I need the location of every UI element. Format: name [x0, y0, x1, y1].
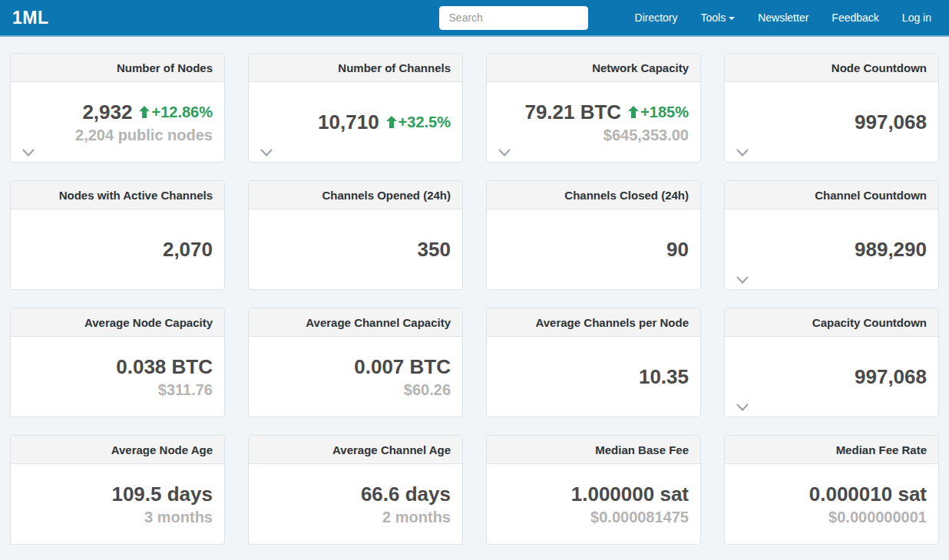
- stat-card-header: Average Node Age: [11, 436, 224, 464]
- stat-main-line: 10,710 +32.5%: [318, 112, 451, 132]
- stat-value: 2,932: [82, 102, 132, 122]
- stat-card-title: Average Channel Age: [332, 443, 451, 456]
- stat-main-line: 0.038 BTC: [116, 357, 213, 377]
- stat-card: Node Countdown 997,068: [724, 53, 939, 163]
- stat-value: 989,290: [855, 239, 927, 259]
- chevron-down-icon[interactable]: [736, 276, 749, 285]
- stat-change: +185%: [628, 104, 689, 120]
- stat-value: 1.000000 sat: [571, 484, 689, 504]
- stat-subvalue: $60.26: [404, 382, 451, 397]
- stat-value: 997,068: [855, 112, 927, 132]
- stat-card-title: Average Node Capacity: [84, 316, 213, 329]
- stat-card-header: Median Fee Rate: [725, 436, 938, 464]
- stat-card-body: 989,290: [725, 209, 938, 289]
- stat-card-title: Channels Opened (24h): [322, 189, 451, 202]
- stat-card-title: Number of Channels: [338, 61, 451, 74]
- nav-link-label: Tools: [701, 12, 726, 24]
- chevron-down-icon[interactable]: [22, 149, 35, 157]
- stat-card: Average Node Capacity 0.038 BTC $311.76: [10, 308, 225, 417]
- stat-main-line: 90: [666, 239, 689, 259]
- chevron-down-icon[interactable]: [736, 149, 749, 157]
- stat-card-body: 0.007 BTC $60.26: [249, 337, 462, 417]
- stat-card-header: Node Countdown: [725, 54, 938, 82]
- stat-subvalue: $0.000000001: [828, 509, 927, 525]
- stat-subvalue: 2,204 public nodes: [75, 127, 213, 143]
- nav-link-tools[interactable]: Tools: [689, 0, 747, 35]
- stat-value: 0.007 BTC: [354, 357, 451, 377]
- stat-card-title: Capacity Countdown: [812, 316, 927, 329]
- nav-link-label: Feedback: [832, 12, 878, 24]
- chevron-down-icon[interactable]: [498, 149, 511, 157]
- navbar: 1ML Directory Tools Newsletter Feedback …: [0, 0, 949, 37]
- stat-card-body: 10,710 +32.5%: [249, 82, 462, 162]
- chevron-down-icon[interactable]: [260, 149, 273, 157]
- stat-card: Channels Opened (24h) 350: [248, 180, 463, 290]
- stat-subvalue: $0.000081475: [590, 509, 689, 525]
- nav-link-label: Newsletter: [758, 12, 808, 24]
- stats-grid: Number of Nodes 2,932 +12.86% 2,204 publ…: [10, 53, 939, 545]
- brand-logo[interactable]: 1ML: [12, 0, 49, 35]
- stat-card-header: Median Base Fee: [487, 436, 700, 464]
- stat-card-header: Channel Countdown: [725, 181, 938, 209]
- stat-subvalue: $311.76: [158, 382, 213, 397]
- stat-value: 10.35: [639, 367, 689, 387]
- stat-value: 997,068: [855, 367, 927, 387]
- stat-card-header: Number of Channels: [249, 54, 462, 82]
- stat-card: Number of Nodes 2,932 +12.86% 2,204 publ…: [10, 53, 225, 163]
- stat-card-header: Channels Closed (24h): [487, 181, 700, 209]
- stat-card-title: Average Node Age: [111, 443, 213, 456]
- stat-main-line: 997,068: [855, 367, 927, 387]
- stat-card-title: Nodes with Active Channels: [59, 189, 213, 202]
- stat-card: Nodes with Active Channels 2,070: [10, 180, 225, 290]
- stat-card-header: Average Node Capacity: [11, 308, 224, 337]
- stat-card: Number of Channels 10,710 +32.5%: [248, 53, 463, 163]
- stat-value: 0.038 BTC: [116, 357, 213, 377]
- stat-card-header: Nodes with Active Channels: [11, 181, 224, 209]
- stat-main-line: 0.000010 sat: [809, 484, 927, 504]
- stat-card-header: Number of Nodes: [11, 54, 224, 82]
- nav-link-log-in[interactable]: Log in: [891, 0, 943, 35]
- stat-subvalue: 3 months: [144, 509, 213, 525]
- stat-change-text: +12.86%: [151, 104, 213, 120]
- stat-value: 2,070: [163, 239, 213, 259]
- stat-value: 0.000010 sat: [809, 484, 927, 504]
- stat-card-title: Node Countdown: [832, 61, 927, 74]
- stat-card-header: Capacity Countdown: [725, 308, 938, 337]
- stat-card-title: Average Channel Capacity: [306, 316, 451, 329]
- stat-card-title: Average Channels per Node: [535, 316, 689, 329]
- stat-change-text: +32.5%: [398, 114, 451, 130]
- stat-card-title: Channels Closed (24h): [564, 189, 689, 202]
- stat-card-body: 997,068: [725, 82, 938, 162]
- stat-main-line: 350: [418, 239, 451, 259]
- chevron-down-icon[interactable]: [736, 404, 749, 412]
- stat-main-line: 109.5 days: [111, 484, 213, 504]
- stat-value: 10,710: [318, 112, 379, 132]
- stat-main-line: 2,070: [163, 239, 213, 259]
- stat-card-title: Number of Nodes: [117, 61, 213, 74]
- nav-link-newsletter[interactable]: Newsletter: [746, 0, 820, 35]
- stat-card-title: Channel Countdown: [815, 189, 927, 202]
- stat-card-body: 2,932 +12.86% 2,204 public nodes: [11, 82, 224, 162]
- stat-main-line: 0.007 BTC: [354, 357, 451, 377]
- stat-card-header: Average Channel Age: [249, 436, 462, 464]
- search-input[interactable]: [439, 6, 588, 30]
- stat-card-body: 997,068: [725, 337, 938, 417]
- stat-card-body: 0.000010 sat $0.000000001: [725, 464, 938, 544]
- stat-card: Median Fee Rate 0.000010 sat $0.00000000…: [724, 435, 939, 545]
- stat-card-body: 2,070: [11, 209, 224, 289]
- stat-card-body: 90: [487, 209, 700, 289]
- stat-change: +12.86%: [139, 104, 213, 120]
- stat-card: Average Channel Capacity 0.007 BTC $60.2…: [248, 308, 463, 417]
- nav-link-label: Directory: [635, 12, 678, 24]
- nav-link-feedback[interactable]: Feedback: [820, 0, 890, 35]
- stat-card-header: Channels Opened (24h): [249, 181, 462, 209]
- stat-subvalue: $645,353.00: [603, 127, 689, 143]
- stat-card: Network Capacity 79.21 BTC +185% $645,35…: [486, 53, 701, 163]
- stat-card: Channels Closed (24h) 90: [486, 180, 701, 290]
- stat-value: 90: [666, 239, 689, 259]
- stat-card: Average Channel Age 66.6 days 2 months: [248, 435, 463, 545]
- nav-link-directory[interactable]: Directory: [623, 0, 689, 35]
- stat-value: 350: [418, 239, 451, 259]
- stat-card-body: 79.21 BTC +185% $645,353.00: [487, 82, 700, 162]
- stat-main-line: 66.6 days: [361, 484, 451, 504]
